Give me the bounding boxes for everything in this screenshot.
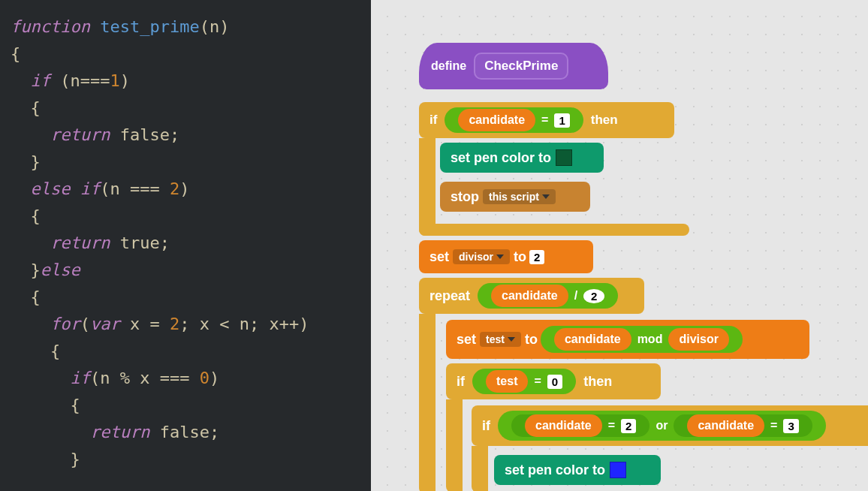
equals-reporter-4[interactable]: candidate = 3 — [674, 414, 812, 437]
equals-reporter-2[interactable]: test = 0 — [472, 369, 576, 394]
repeat-arm — [419, 314, 436, 491]
candidate-var-2[interactable]: candidate — [491, 285, 568, 307]
code-editor: function test_prime(n) { if (n===1) { re… — [0, 0, 371, 491]
custom-block-name: CheckPrime — [474, 53, 568, 80]
if-arm-1 — [419, 138, 436, 236]
color-swatch-green[interactable] — [556, 149, 572, 166]
if-block-3[interactable]: if candidate = 2 or candidate = 3 — [472, 405, 868, 446]
if-block-1[interactable]: if candidate = 1 then — [419, 102, 674, 138]
candidate-var[interactable]: candidate — [458, 109, 535, 131]
stop-block[interactable]: stop this script — [440, 182, 590, 212]
or-reporter[interactable]: candidate = 2 or candidate = 3 — [498, 411, 826, 441]
var-dropdown-test[interactable]: test — [480, 332, 521, 347]
value-2c[interactable]: 2 — [621, 419, 636, 433]
value-2b[interactable]: 2 — [583, 289, 604, 303]
set-divisor-block[interactable]: set divisor to 2 — [419, 240, 593, 273]
candidate-var-3[interactable]: candidate — [554, 328, 631, 351]
value-3[interactable]: 3 — [783, 419, 798, 433]
value-0[interactable]: 0 — [547, 375, 562, 389]
set-test-block[interactable]: set test to candidate mod divisor — [446, 320, 809, 359]
var-dropdown-divisor[interactable]: divisor — [453, 249, 510, 264]
candidate-var-4[interactable]: candidate — [525, 414, 602, 437]
candidate-var-5[interactable]: candidate — [687, 414, 764, 437]
equals-reporter-3[interactable]: candidate = 2 — [511, 414, 649, 437]
mod-reporter[interactable]: candidate mod divisor — [541, 326, 743, 353]
set-pen-color-block-2[interactable]: set pen color to — [494, 455, 661, 485]
value-2[interactable]: 2 — [529, 250, 544, 264]
set-pen-color-block-1[interactable]: set pen color to — [440, 143, 604, 173]
if-block-2[interactable]: if test = 0 then — [446, 363, 661, 399]
equals-reporter[interactable]: candidate = 1 — [445, 107, 583, 133]
color-swatch-blue[interactable] — [610, 462, 626, 478]
define-label: define — [431, 59, 466, 73]
repeat-block[interactable]: repeat candidate / 2 — [419, 278, 644, 314]
divisor-var[interactable]: divisor — [668, 328, 728, 351]
divide-reporter[interactable]: candidate / 2 — [478, 283, 618, 309]
if-foot-1 — [419, 224, 689, 236]
blocks-canvas[interactable]: define CheckPrime if candidate = 1 then … — [371, 0, 868, 491]
define-hat[interactable]: define CheckPrime — [419, 43, 608, 89]
value-1[interactable]: 1 — [554, 113, 569, 128]
stop-dropdown[interactable]: this script — [483, 189, 556, 204]
if-arm-3 — [472, 446, 488, 491]
test-var[interactable]: test — [486, 370, 528, 393]
if-arm-2 — [446, 399, 463, 491]
